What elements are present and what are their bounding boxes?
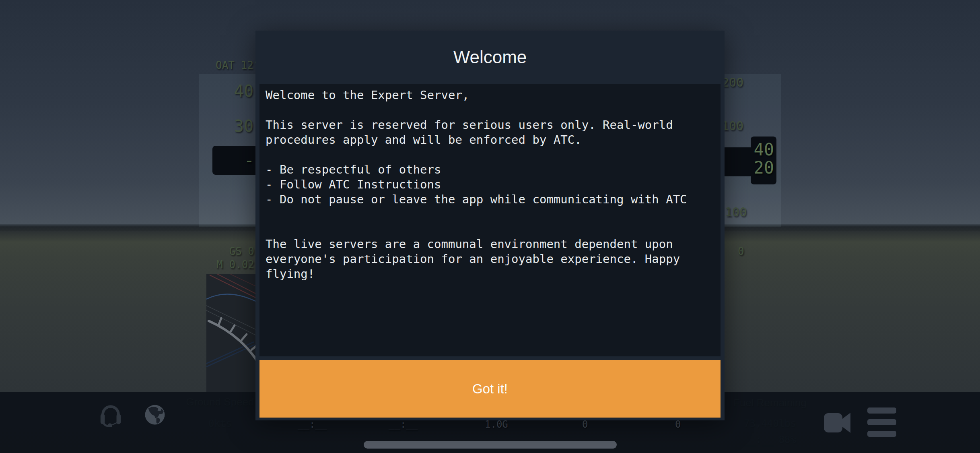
altitude-tick: 100 — [722, 120, 743, 132]
status-value-gforce: 1.0G — [485, 419, 508, 430]
camera-icon[interactable] — [824, 412, 851, 434]
altitude-readout-value: 40 20 — [751, 137, 774, 177]
airspeed-tick: 30 — [199, 118, 253, 134]
dialog-header: Welcome — [255, 31, 725, 84]
dialog-body-text: Welcome to the Expert Server, This serve… — [266, 88, 714, 281]
status-value-partial: __:__ — [389, 419, 418, 430]
got-it-button[interactable]: Got it! — [259, 360, 721, 418]
hud-groundspeed: GS 0 — [173, 245, 254, 258]
status-value-partial: 0 — [675, 419, 681, 430]
altitude-digits-top: 40 — [751, 141, 774, 159]
oat-readout: OAT 12° — [216, 59, 260, 72]
hud-mach: M 0.02 — [173, 258, 254, 271]
globe-icon[interactable] — [143, 403, 167, 426]
groundspeed-mach-block: GS 0 M 0.02 — [173, 245, 254, 271]
home-indicator-bar[interactable] — [364, 441, 617, 449]
menu-icon[interactable] — [867, 407, 896, 437]
airspeed-tick: 40 — [199, 83, 253, 99]
dialog-title: Welcome — [453, 47, 527, 67]
welcome-dialog: Welcome Welcome to the Expert Server, Th… — [255, 31, 725, 420]
vertical-speed-readout: 0 — [738, 245, 744, 258]
status-value-partial: 0 — [582, 419, 588, 430]
dialog-body-panel: Welcome to the Expert Server, This serve… — [259, 84, 721, 356]
altitude-tick: 200 — [722, 77, 743, 89]
headset-icon[interactable] — [98, 402, 123, 427]
status-value-partial: __:__ — [298, 419, 327, 430]
flight-sim-screen: OAT 12° 40 30 - GS 0 M 0.02 200 100 -100… — [0, 0, 980, 453]
got-it-button-label: Got it! — [472, 381, 508, 397]
altitude-digits-bottom: 20 — [751, 159, 774, 177]
